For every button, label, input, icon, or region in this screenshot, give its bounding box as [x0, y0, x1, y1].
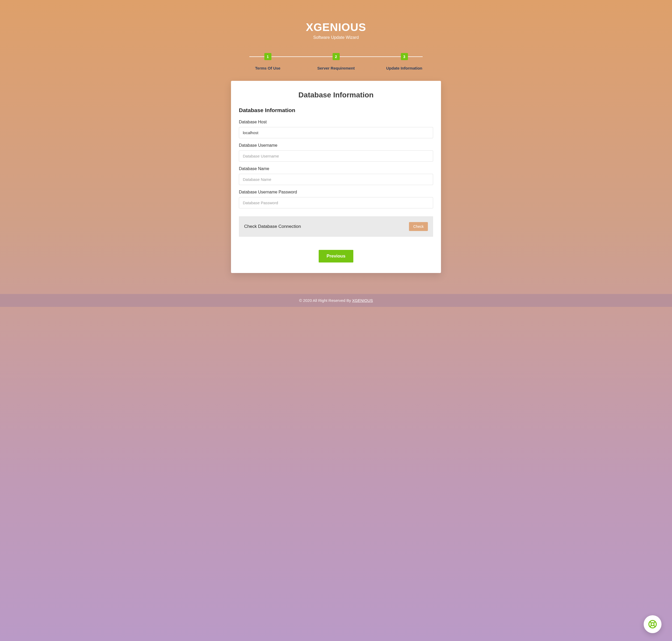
- brand-title: XGENIOUS: [306, 21, 366, 33]
- footer-link[interactable]: XGENIOUS: [352, 298, 373, 303]
- database-host-label: Database Host: [239, 120, 433, 124]
- page-footer: © 2020 All Right Reserved By XGENIOUS: [0, 294, 672, 307]
- footer-text: © 2020 All Right Reserved By: [299, 298, 352, 303]
- stepper-items: 1 Terms Of Use 2 Server Requirement 3 Up…: [242, 53, 430, 70]
- form-group-password: Database Username Password: [239, 190, 433, 208]
- section-title: Database Information: [239, 107, 433, 113]
- database-username-input[interactable]: [239, 150, 433, 162]
- database-username-label: Database Username: [239, 143, 433, 148]
- database-name-input[interactable]: [239, 174, 433, 185]
- database-password-input[interactable]: [239, 197, 433, 208]
- lifebuoy-icon: [648, 620, 657, 629]
- form-group-username: Database Username: [239, 143, 433, 162]
- svg-point-1: [651, 623, 654, 626]
- card-title: Database Information: [239, 91, 433, 99]
- step-label: Terms Of Use: [255, 66, 280, 70]
- database-password-label: Database Username Password: [239, 190, 433, 194]
- previous-button[interactable]: Previous: [319, 250, 353, 262]
- step-number: 2: [333, 53, 340, 60]
- check-button[interactable]: Check: [409, 222, 428, 231]
- step-label: Update Information: [386, 66, 422, 70]
- step-terms[interactable]: 1 Terms Of Use: [242, 53, 294, 70]
- step-update[interactable]: 3 Update Information: [378, 53, 430, 70]
- step-label: Server Requirement: [317, 66, 355, 70]
- brand-subtitle: Software Update Wizard: [306, 35, 366, 40]
- database-name-label: Database Name: [239, 166, 433, 171]
- check-connection-box: Check Database Connection Check: [239, 216, 433, 237]
- help-fab[interactable]: [644, 615, 661, 633]
- step-number: 1: [264, 53, 271, 60]
- form-group-name: Database Name: [239, 166, 433, 185]
- check-connection-label: Check Database Connection: [244, 224, 301, 229]
- page-header: XGENIOUS Software Update Wizard: [306, 21, 366, 40]
- step-server[interactable]: 2 Server Requirement: [310, 53, 362, 70]
- form-card: Database Information Database Informatio…: [231, 81, 441, 273]
- form-group-host: Database Host: [239, 120, 433, 138]
- step-number: 3: [401, 53, 408, 60]
- wizard-stepper: 1 Terms Of Use 2 Server Requirement 3 Up…: [242, 53, 430, 70]
- database-host-input[interactable]: [239, 127, 433, 138]
